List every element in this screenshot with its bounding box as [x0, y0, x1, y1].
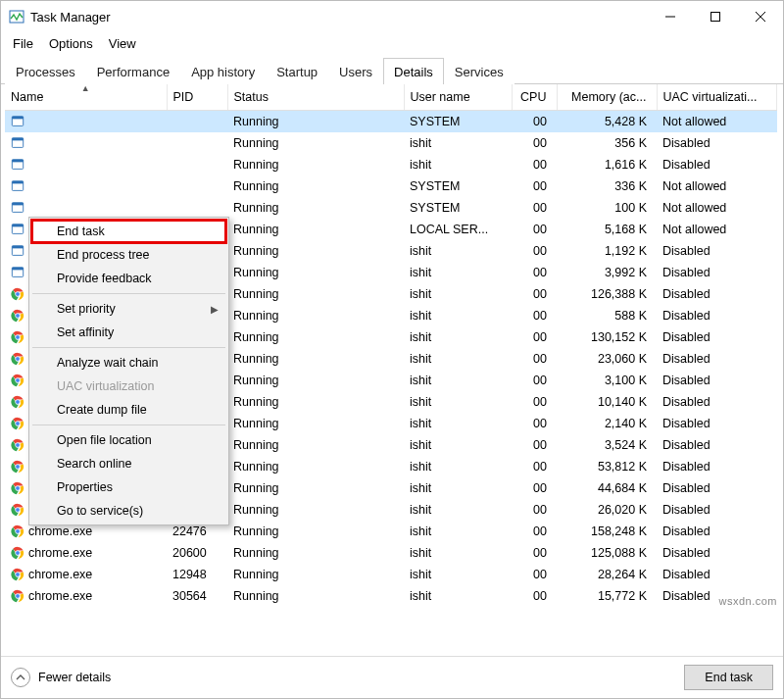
chrome-icon: [11, 503, 24, 517]
menu-view[interactable]: View: [103, 34, 142, 53]
menu-file[interactable]: File: [7, 34, 39, 53]
col-status[interactable]: Status: [227, 84, 404, 111]
cell-uac: Disabled: [657, 542, 777, 564]
cell-memory: 15,772 K: [557, 585, 657, 607]
cell-memory: 588 K: [557, 305, 657, 326]
minimize-button[interactable]: [648, 1, 693, 32]
fewer-details-label[interactable]: Fewer details: [38, 671, 111, 684]
col-pid[interactable]: PID: [167, 84, 227, 111]
chrome-icon: [11, 352, 24, 366]
cell-uac: Disabled: [657, 370, 777, 391]
cell-user: ishit: [404, 262, 512, 283]
svg-rect-20: [12, 268, 23, 271]
cell-user: ishit: [404, 456, 512, 477]
cell-uac: Disabled: [657, 391, 777, 413]
col-cpu[interactable]: CPU: [512, 84, 557, 111]
table-row[interactable]: RunningSYSTEM00336 KNot allowed: [5, 175, 777, 197]
cell-status: Running: [227, 262, 404, 283]
chrome-icon: [11, 309, 24, 323]
ctx-search-online[interactable]: Search online: [31, 452, 226, 475]
cell-user: ishit: [404, 477, 512, 499]
task-manager-icon: [9, 9, 24, 25]
cell-user: ishit: [404, 240, 512, 262]
cell-cpu: 00: [512, 240, 557, 262]
col-user[interactable]: User name: [404, 84, 512, 111]
chrome-icon: [11, 374, 24, 387]
col-uac[interactable]: UAC virtualizati...: [657, 84, 777, 111]
tab-startup[interactable]: Startup: [266, 58, 328, 84]
cell-memory: 5,428 K: [557, 111, 657, 133]
cell-cpu: 00: [512, 564, 557, 585]
cell-memory: 3,100 K: [557, 370, 657, 391]
window-icon: [11, 223, 24, 236]
fewer-details-icon[interactable]: [11, 668, 30, 687]
col-name[interactable]: Name▲: [5, 84, 167, 111]
cell-user: LOCAL SER...: [404, 219, 512, 240]
cell-pid: [167, 111, 227, 133]
ctx-properties[interactable]: Properties: [31, 475, 226, 499]
cell-uac: Disabled: [657, 240, 777, 262]
cell-user: SYSTEM: [404, 111, 512, 133]
window-icon: [11, 115, 24, 128]
cell-cpu: 00: [512, 132, 557, 154]
cell-pid: 20600: [167, 542, 227, 564]
ctx-analyze-wait-chain[interactable]: Analyze wait chain: [31, 351, 226, 374]
table-row[interactable]: chrome.exe20600Runningishit00125,088 KDi…: [5, 542, 777, 564]
tab-bar: ProcessesPerformanceApp historyStartupUs…: [1, 57, 783, 84]
cell-status: Running: [227, 132, 404, 154]
close-button[interactable]: [738, 1, 783, 32]
window-icon: [11, 136, 24, 150]
cell-user: ishit: [404, 499, 512, 521]
maximize-button[interactable]: [693, 1, 738, 32]
cell-name: [5, 111, 167, 133]
table-row[interactable]: Runningishit001,616 KDisabled: [5, 154, 777, 175]
col-memory[interactable]: Memory (ac...: [557, 84, 657, 111]
cell-user: ishit: [404, 564, 512, 585]
table-row[interactable]: RunningSYSTEM005,428 KNot allowed: [5, 111, 777, 133]
ctx-set-affinity[interactable]: Set affinity: [31, 321, 226, 344]
table-row[interactable]: Runningishit00356 KDisabled: [5, 132, 777, 154]
table-row[interactable]: chrome.exe12948Runningishit0028,264 KDis…: [5, 564, 777, 585]
ctx-set-priority[interactable]: Set priority▶: [31, 297, 226, 321]
ctx-create-dump-file[interactable]: Create dump file: [31, 398, 226, 422]
cell-memory: 53,812 K: [557, 456, 657, 477]
cell-pid: [167, 154, 227, 175]
tab-users[interactable]: Users: [328, 58, 383, 84]
chrome-icon: [11, 546, 24, 560]
cell-uac: Disabled: [657, 477, 777, 499]
ctx-end-task[interactable]: End task: [31, 220, 226, 243]
cell-user: SYSTEM: [404, 197, 512, 219]
table-header-row: Name▲ PID Status User name CPU Memory (a…: [5, 84, 777, 111]
cell-status: Running: [227, 283, 404, 305]
cell-memory: 1,192 K: [557, 240, 657, 262]
end-task-button[interactable]: End task: [684, 665, 773, 690]
window-icon: [11, 179, 24, 193]
ctx-separator: [32, 424, 225, 425]
tab-processes[interactable]: Processes: [5, 58, 86, 84]
ctx-open-file-location[interactable]: Open file location: [31, 428, 226, 452]
cell-status: Running: [227, 477, 404, 499]
window-title: Task Manager: [30, 10, 648, 25]
cell-uac: Not allowed: [657, 197, 777, 219]
tab-performance[interactable]: Performance: [86, 58, 180, 84]
ctx-end-process-tree[interactable]: End process tree: [31, 243, 226, 267]
chrome-icon: [11, 481, 24, 495]
cell-memory: 356 K: [557, 132, 657, 154]
ctx-go-to-services[interactable]: Go to service(s): [31, 499, 226, 523]
tab-details[interactable]: Details: [383, 58, 444, 84]
window-titlebar: Task Manager: [1, 1, 783, 32]
menu-options[interactable]: Options: [43, 34, 99, 53]
cell-uac: Disabled: [657, 305, 777, 326]
cell-status: Running: [227, 197, 404, 219]
tab-services[interactable]: Services: [444, 58, 514, 84]
table-row[interactable]: RunningSYSTEM00100 KNot allowed: [5, 197, 777, 219]
ctx-provide-feedback[interactable]: Provide feedback: [31, 267, 226, 290]
table-row[interactable]: chrome.exe30564Runningishit0015,772 KDis…: [5, 585, 777, 607]
cell-cpu: 00: [512, 370, 557, 391]
process-table-wrap: Name▲ PID Status User name CPU Memory (a…: [1, 84, 783, 656]
cell-status: Running: [227, 413, 404, 434]
cell-user: ishit: [404, 348, 512, 370]
svg-rect-14: [12, 203, 23, 206]
cell-uac: Not allowed: [657, 175, 777, 197]
tab-app-history[interactable]: App history: [180, 58, 266, 84]
